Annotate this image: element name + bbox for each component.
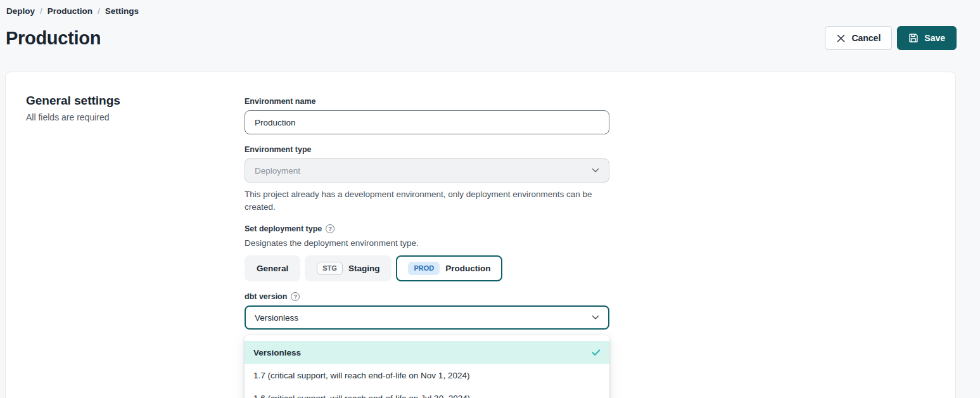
settings-form: Environment name Environment type Deploy… bbox=[245, 97, 609, 398]
dbt-version-value: Versionless bbox=[255, 313, 298, 323]
production-badge: PROD bbox=[408, 262, 440, 275]
close-icon bbox=[836, 34, 846, 43]
deployment-type-options: General STG Staging PROD Production bbox=[245, 255, 609, 281]
cancel-button[interactable]: Cancel bbox=[825, 26, 892, 50]
dbt-version-select[interactable]: Versionless bbox=[245, 305, 609, 330]
dropdown-option-label: Versionless bbox=[253, 348, 301, 357]
deployment-option-production-label: Production bbox=[445, 264, 490, 273]
environment-type-helper: This project already has a development e… bbox=[245, 188, 593, 214]
save-icon bbox=[908, 33, 919, 43]
dropdown-option-1-6[interactable]: 1.6 (critical support, will reach end-of… bbox=[245, 387, 609, 398]
save-button-label: Save bbox=[924, 33, 945, 43]
save-button[interactable]: Save bbox=[897, 26, 957, 50]
help-icon[interactable]: ? bbox=[291, 292, 300, 301]
staging-badge: STG bbox=[317, 262, 343, 275]
card-heading: General settings All fields are required bbox=[26, 94, 120, 122]
deployment-option-general[interactable]: General bbox=[245, 255, 300, 281]
breadcrumb-deploy[interactable]: Deploy bbox=[6, 6, 35, 16]
check-icon bbox=[592, 349, 601, 356]
dropdown-option-label: 1.6 (critical support, will reach end-of… bbox=[253, 394, 470, 398]
page-header: Production Cancel Save bbox=[0, 16, 980, 50]
dbt-version-dropdown: Versionless 1.7 (critical support, will … bbox=[245, 335, 609, 398]
page-title: Production bbox=[6, 28, 101, 49]
breadcrumb-separator: / bbox=[98, 6, 100, 16]
section-title: General settings bbox=[26, 94, 120, 108]
deployment-type-label: Set deployment type ? bbox=[245, 224, 609, 233]
environment-type-value: Deployment bbox=[255, 166, 300, 176]
general-settings-card: General settings All fields are required… bbox=[5, 72, 956, 398]
chevron-down-icon bbox=[592, 315, 599, 320]
breadcrumb-separator: / bbox=[40, 6, 42, 16]
dropdown-option-1-7[interactable]: 1.7 (critical support, will reach end-of… bbox=[245, 364, 609, 387]
breadcrumb-production[interactable]: Production bbox=[48, 6, 92, 16]
deployment-type-label-text: Set deployment type bbox=[245, 224, 322, 233]
dropdown-option-label: 1.7 (critical support, will reach end-of… bbox=[253, 371, 469, 380]
dbt-version-label-text: dbt version bbox=[245, 292, 287, 301]
breadcrumb-settings: Settings bbox=[105, 6, 139, 16]
environment-name-input[interactable] bbox=[245, 110, 609, 134]
cancel-button-label: Cancel bbox=[851, 33, 881, 43]
breadcrumb: Deploy / Production / Settings bbox=[0, 0, 980, 16]
help-icon[interactable]: ? bbox=[326, 224, 334, 233]
header-actions: Cancel Save bbox=[825, 26, 957, 50]
deployment-option-general-label: General bbox=[257, 264, 288, 273]
deployment-option-production[interactable]: PROD Production bbox=[396, 255, 502, 281]
dbt-version-label: dbt version ? bbox=[245, 292, 609, 301]
environment-type-label: Environment type bbox=[245, 145, 609, 154]
environment-type-select: Deployment bbox=[245, 158, 609, 183]
deployment-type-description: Designates the deployment environment ty… bbox=[245, 238, 609, 248]
environment-name-label: Environment name bbox=[245, 97, 609, 106]
deployment-option-staging[interactable]: STG Staging bbox=[305, 255, 391, 281]
dropdown-option-versionless[interactable]: Versionless bbox=[245, 341, 609, 364]
deployment-option-staging-label: Staging bbox=[348, 264, 380, 273]
section-subtitle: All fields are required bbox=[26, 112, 120, 122]
chevron-down-icon bbox=[592, 168, 599, 173]
